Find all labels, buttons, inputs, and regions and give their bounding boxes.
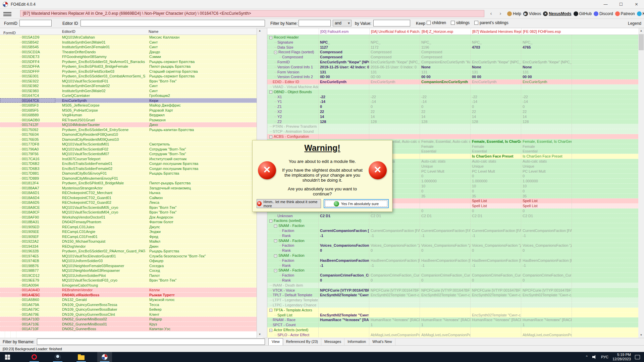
value-cell[interactable]: EncSynth02Template "Синт-сле... [319, 293, 369, 297]
table-row[interactable]: ··001A679EDN109_QuincyGunnerBossClintКли… [0, 312, 257, 317]
record-row[interactable]: ···Rank00000 [267, 278, 638, 283]
value-cell[interactable]: Female [521, 144, 572, 149]
value-cell[interactable]: Female, Essential, Is CharGen Fac... [471, 139, 521, 144]
value-cell[interactable] [369, 129, 420, 134]
table-row[interactable]: ··0015E001Prydwen_EncBoSSoldier03_Combat… [0, 74, 257, 79]
value-cell[interactable] [521, 253, 572, 258]
value-cell[interactable]: NPC_ [369, 40, 420, 45]
value-cell[interactable]: 14 [521, 114, 572, 119]
value-cell[interactable]: HasBeenCompanionFaction [FA... [471, 258, 521, 263]
record-row[interactable]: ···Version Control Info 20D 000D 0000 00… [267, 74, 638, 79]
value-cell[interactable]: NPCFCurie [VTYP:001647BF] [420, 288, 471, 293]
record-row[interactable]: ···FactionHasBeenCompanionFaction [FA...… [267, 258, 638, 263]
record-row[interactable]: ···Form Version131131131131131 [267, 70, 638, 75]
value-cell[interactable]: EncSynth02Template "Синт-сле... [420, 293, 471, 297]
table-row[interactable]: ··001A4E5CDN040LvlRaiderBossРыжая Туретт [0, 293, 257, 298]
value-cell[interactable]: 131 [471, 70, 521, 74]
value-cell[interactable]: 0 [420, 248, 471, 253]
value-cell[interactable] [471, 268, 521, 273]
value-cell[interactable] [521, 223, 572, 228]
keep-checkbox-2[interactable]: parent's siblings [474, 20, 508, 25]
value-cell[interactable]: 10 [521, 184, 572, 188]
value-cell[interactable] [471, 35, 521, 40]
table-row[interactable]: ··001647C4CurieQCaretakerГробовщик2 [0, 93, 257, 98]
value-cell[interactable]: -14 [369, 99, 420, 104]
table-row[interactable]: ··0018A6D5REChokepointCT02_Guard02Лекса [0, 200, 257, 205]
value-cell[interactable] [369, 303, 420, 307]
tab-view[interactable]: View [268, 338, 283, 346]
value-cell[interactable] [420, 308, 471, 312]
record-row[interactable]: ···Z100000 [267, 104, 638, 109]
value-cell[interactable]: -14 [521, 99, 572, 104]
record-row[interactable]: −OBND - Object Bounds [267, 89, 638, 95]
value-cell[interactable] [471, 308, 521, 312]
record-row[interactable]: −SNAM - Faction [267, 253, 638, 258]
value-cell[interactable]: 1 [420, 322, 471, 327]
value-cell[interactable]: 0 [369, 248, 420, 253]
value-cell[interactable]: Spell List [471, 198, 521, 203]
value-cell[interactable]: None [471, 65, 521, 69]
value-cell[interactable]: 0 [471, 174, 521, 178]
clock[interactable]: 5:19 PM 12/28/2023 [612, 353, 631, 361]
table-row[interactable]: ··00176E04DiamondCityResidentF08Quest10 [0, 132, 257, 137]
value-cell[interactable]: EncCurieSynth "Кюри" [NPC_:00... [369, 60, 420, 64]
value-cell[interactable]: 0D 00 [319, 74, 369, 79]
value-cell[interactable]: NPC_ [420, 40, 471, 45]
value-cell[interactable]: PC Level Mult [471, 169, 521, 174]
value-cell[interactable]: 0 [521, 104, 572, 109]
table-row[interactable]: ··0015E983InstituteSynthGen3Male02Синт [0, 88, 257, 94]
value-cell[interactable] [420, 223, 471, 228]
table-row[interactable]: ··00194334REDogVendorДжин [0, 244, 257, 249]
value-cell[interactable]: Is CharGen Face Preset [521, 154, 572, 159]
value-cell[interactable] [521, 50, 572, 54]
value-cell[interactable]: 22 [319, 109, 369, 114]
record-row[interactable]: −SNAM - Faction [267, 268, 638, 273]
collapse-icon[interactable]: − [269, 309, 272, 312]
value-cell[interactable]: 22 [369, 109, 420, 114]
value-cell[interactable] [369, 238, 420, 243]
value-cell[interactable] [521, 283, 572, 288]
value-cell[interactable] [521, 129, 572, 134]
value-cell[interactable] [420, 298, 471, 302]
value-cell[interactable]: NPCFCurie [VTYP:001647BF] [319, 288, 369, 293]
value-cell[interactable]: 00 00 [521, 74, 572, 79]
value-cell[interactable]: Voices_CompanionsFaction "Дл... [420, 243, 471, 248]
record-row[interactable]: ···UnknownC2 D1C2 D1C2 D1C2 D1C2 D1 [267, 214, 638, 219]
value-cell[interactable]: 128 [319, 119, 369, 124]
maximize-button[interactable]: ☐ [613, 0, 629, 9]
value-cell[interactable]: EncSynth02Template "Синт-сле... [471, 293, 521, 297]
value-cell[interactable]: -14 [471, 99, 521, 104]
value-cell[interactable]: EncSynth02Template "Синт-сле... [521, 293, 572, 297]
record-row[interactable]: ···CompressedCompressedCompressedCompres… [267, 55, 638, 60]
table-row[interactable]: ··0017CA16Inst307CourserTeleportИнститут… [0, 157, 257, 162]
value-cell[interactable] [471, 322, 521, 327]
value-cell[interactable]: 0 [471, 208, 521, 213]
value-cell[interactable]: EncSynth02Template "Синт-сле... [369, 293, 420, 297]
table-row[interactable]: ··0018A8CFMQ101VaultTecScientistM04_cryo… [0, 210, 257, 215]
value-cell[interactable]: 0 [471, 104, 521, 109]
tab-messages[interactable]: Messages [321, 338, 344, 346]
scrollbar-thumb[interactable] [639, 34, 644, 50]
table-row[interactable]: ··0019EE79MQ101VaultTecScientistF03_cryo… [0, 278, 257, 283]
nav-forward-button[interactable]: › [496, 10, 504, 17]
value-cell[interactable]: 35 [521, 194, 572, 198]
confirm-button[interactable]: → Yes I'm absolutely sure [324, 199, 389, 208]
table-row[interactable]: ··0018A8CEMQ101VaultTecScientistM05_cryo… [0, 205, 257, 210]
value-cell[interactable]: EncSynth02Template "Синт-сле... [471, 313, 521, 317]
plugin-column-header[interactable]: [B7] Wasteland Heroines Replacer... [471, 28, 521, 35]
value-cell[interactable]: 0 [471, 189, 521, 193]
value-cell[interactable]: Spell List [521, 203, 572, 208]
keep-checkbox-1[interactable]: siblings [451, 20, 470, 25]
value-cell[interactable]: 00 00 [420, 74, 471, 79]
value-cell[interactable]: 00 00 [471, 74, 521, 79]
value-cell[interactable]: 0 [420, 208, 471, 213]
record-row[interactable]: ···Data Size11271172119647034765 [267, 45, 638, 50]
value-cell[interactable] [319, 333, 369, 337]
value-cell[interactable]: CurrentCompanionFaction [FAC... [471, 228, 521, 233]
value-cell[interactable] [521, 313, 572, 317]
value-cell[interactable]: 128 [369, 119, 420, 124]
record-row[interactable]: ···Rank-1-1-1-1-1 [267, 233, 638, 238]
menu-icon[interactable] [3, 11, 11, 16]
table-row[interactable]: ··0019CD12MQ101UniformSoldierPilotПилот [0, 273, 257, 278]
table-row[interactable]: ··00176E05DiamondCityResidentM09Quest10 [0, 137, 257, 142]
